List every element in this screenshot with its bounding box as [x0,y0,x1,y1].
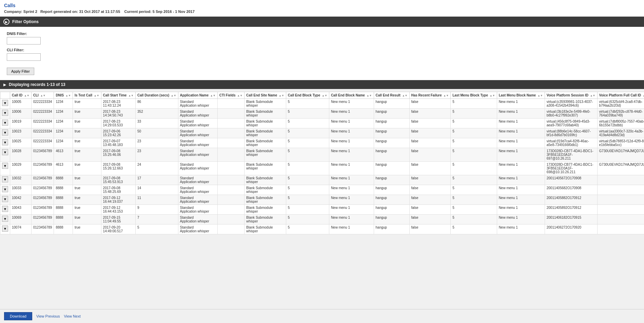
vp-session-id-cell: 20011405672O170908 [545,175,597,185]
table-row: ▼1000602222233341234true2017-08-23 14:34… [0,109,644,119]
col-application-name-header[interactable]: Application Name ▲▼ [178,92,217,99]
call-duration-cell: 86 [136,99,178,109]
table-row: ▼1007401234567898888true2017-09-20 14:49… [0,225,644,234]
company-name: Sprint 2 [23,10,37,14]
call-start-time-cell: 2017-09-12 16:44:19.037 [101,195,135,205]
vp-full-call-id-cell [597,175,644,185]
vp-full-call-id-cell [597,205,644,215]
call-end-site-name-cell: Blank Submodule whisper [245,128,286,138]
expand-cell: ▼ [0,148,10,162]
call-end-block-name-cell: New menu 1 [329,205,374,215]
cti-fields-cell [217,109,244,119]
col-cti-fields-header[interactable]: CTI Fields ▲▼ [217,92,244,99]
last-menu-block-type-cell: 5 [451,185,497,195]
table-row: ▼1003201234567898888true2017-09-08 15:45… [0,175,644,185]
expand-row-button[interactable]: ▼ [2,110,8,116]
call-end-site-name-cell: Blank Submodule whisper [245,162,286,175]
call-duration-cell: 352 [136,109,178,119]
col-last-menu-block-name-header[interactable]: Last Menu Block Name ▲▼ [497,92,545,99]
col-cli-header[interactable]: CLI ▲▼ [31,92,54,99]
vp-full-call-id-cell: G730U0EVKD17HAJMQD7JU [597,162,644,175]
last-menu-block-type-cell: 5 [451,225,497,234]
call-end-site-name-cell: Blank Submodule whisper [245,175,286,185]
expand-row-button[interactable]: ▼ [2,100,8,106]
expand-row-button[interactable]: ▼ [2,176,8,182]
col-has-recent-failure-header[interactable]: Has Recent Failure ▲▼ [409,92,451,99]
col-call-end-result-header[interactable]: Call End Result ▲▼ [374,92,409,99]
call-duration-cell: 24 [136,162,178,175]
last-menu-block-name-cell: New menu 1 [497,109,545,119]
expand-row-button[interactable]: ▼ [2,186,8,192]
col-call-end-block-type-header[interactable]: Call End Block Type ▲▼ [286,92,329,99]
vp-session-id-cell: virtual:(c35939981-1013-4037-a308-41542b… [545,99,597,109]
cli-filter-input[interactable] [7,53,41,61]
cli-cell: 0222223334 [31,138,54,148]
expand-cell: ▼ [0,175,10,185]
expand-row-button[interactable]: ▼ [2,196,8,202]
table-row: ▼1004301234567898888true2017-09-12 16:44… [0,205,644,215]
dnis-filter-input[interactable] [7,37,41,44]
cti-fields-cell [217,195,244,205]
filter-section-title: Filter Options [12,19,39,24]
dnis-filter-row: DNIS Filter: [7,32,637,44]
is-test-call-cell: true [73,175,101,185]
col-call-start-time-header[interactable]: Call Start Time ▲▼ [101,92,135,99]
application-name-cell: Standard Application whisper [178,175,217,185]
col-dnis-header[interactable]: DNIS ▲▼ [54,92,73,99]
vp-full-call-id-cell [597,225,644,234]
application-name-cell: Standard Application whisper [178,185,217,195]
has-recent-failure-cell: false [409,175,451,185]
expand-row-button[interactable]: ▼ [2,120,8,126]
last-menu-block-name-cell: New menu 1 [497,138,545,148]
call-start-time-cell: 2017-09-08 15:45:53.913 [101,175,135,185]
expand-row-button[interactable]: ▼ [2,129,8,136]
col-call-id-header[interactable]: Call ID ▲▼ [10,92,32,99]
period-range: 5 Sep 2016 - 1 Nov 2017 [153,10,195,14]
col-call-duration-header[interactable]: Call Duration (secs) ▲▼ [136,92,178,99]
application-name-cell: Standard Application whisper [178,128,217,138]
has-recent-failure-cell: false [409,99,451,109]
has-recent-failure-cell: false [409,128,451,138]
is-test-call-cell: true [73,195,101,205]
table-row: ▼1004201234567898888true2017-09-12 16:44… [0,195,644,205]
call-end-block-name-cell: New menu 1 [329,119,374,128]
vp-full-call-id-cell: virtual:(aa3300c7-320c-4a3b-419a4d4d8d23… [597,128,644,138]
col-vp-full-call-id-header[interactable]: Voice Platform Full Call ID ▲▼ [597,92,644,99]
call-end-block-type-cell: 5 [286,162,329,175]
call-end-site-name-cell: Blank Submodule whisper [245,205,286,215]
cli-cell: 0123456789 [31,148,54,162]
apply-filter-button[interactable]: Apply Filter [7,68,34,75]
cti-fields-cell [217,185,244,195]
expand-row-button[interactable]: ▼ [2,139,8,145]
call-end-site-name-cell: Blank Submodule whisper [245,215,286,225]
vp-session-id-cell: 20011406272O170920 [545,225,597,234]
col-call-end-block-name-header[interactable]: Call End Block Name ▲▼ [329,92,374,99]
dnis-cell: 1234 [54,109,73,119]
expand-row-button[interactable]: ▼ [2,163,8,169]
call-duration-cell: 23 [136,138,178,148]
call-end-result-cell: hangup [374,109,409,119]
col-vp-session-id-header[interactable]: Voice Platform Session ID ▲▼ [545,92,597,99]
expand-row-button[interactable]: ▼ [2,149,8,155]
cti-fields-cell [217,175,244,185]
col-last-menu-block-type-header[interactable]: Last Menu Block Type ▲▼ [451,92,497,99]
expand-row-button[interactable]: ▼ [2,226,8,232]
report-label: Report generated on: [40,10,78,14]
application-name-cell: Standard Application whisper [178,205,217,215]
col-call-end-site-name-header[interactable]: Call End Site Name ▲▼ [245,92,286,99]
vp-full-call-id-cell: virtual:(6325cbf4-2ca8-47db-b7f4aa2b1f3d… [597,99,644,109]
call-end-block-type-cell: 5 [286,148,329,162]
records-title: Displaying records 1-13 of 13 [9,82,65,87]
expand-row-button[interactable]: ▼ [2,206,8,212]
expand-cell: ▼ [0,225,10,234]
call-duration-cell: 17 [136,175,178,185]
application-name-cell: Standard Application whisper [178,195,217,205]
call-id-cell: 10005 [10,99,32,109]
vp-session-id-cell: 173D028D-CB77-4DA1-BDC1-3FB5E1ED3A1F-697… [545,148,597,162]
call-end-block-type-cell: 5 [286,128,329,138]
vp-full-call-id-cell [597,215,644,225]
col-is-test-call-header[interactable]: Is Test Call ▲▼ [73,92,101,99]
vp-session-id-cell: virtual:(88b6e14c-58cc-4607-bf1d-8d6d7b0… [545,128,597,138]
expand-row-button[interactable]: ▼ [2,216,8,222]
call-end-result-cell: hangup [374,119,409,128]
